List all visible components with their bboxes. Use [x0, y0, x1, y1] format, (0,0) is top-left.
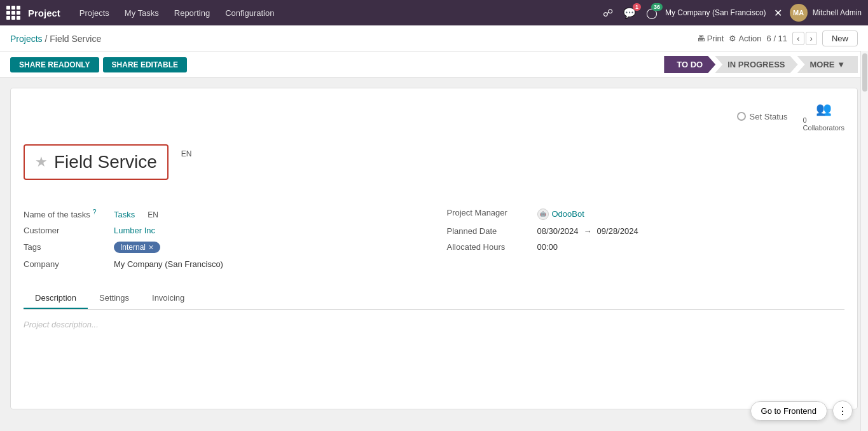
app-name[interactable]: Project	[28, 8, 60, 18]
breadcrumb-current: Field Service	[50, 34, 101, 44]
status-tab-in-progress[interactable]: IN PROGRESS	[715, 56, 797, 73]
collaborators[interactable]: 👥 0 Collaborators	[803, 101, 844, 132]
field-customer: Customer Lumber Inc	[24, 226, 422, 235]
nav-projects[interactable]: Projects	[73, 6, 116, 20]
fields-grid: Name of the tasks ? Tasks EN Customer Lu…	[24, 208, 844, 275]
main-content: Set Status 👥 0 Collaborators ★ Field Ser…	[0, 78, 868, 420]
field-allocated-hours: Allocated Hours 00:00	[447, 242, 845, 252]
print-button[interactable]: 🖶 Print	[697, 34, 724, 43]
nav-arrows: ‹ ›	[792, 32, 817, 45]
user-name[interactable]: Mitchell Admin	[813, 8, 862, 17]
date-range: 08/30/2024 → 09/28/2024	[537, 226, 638, 236]
fields-left: Name of the tasks ? Tasks EN Customer Lu…	[24, 208, 422, 275]
tab-settings[interactable]: Settings	[88, 288, 141, 309]
scrollbar[interactable]	[860, 51, 868, 420]
print-icon: 🖶	[697, 34, 705, 43]
form-header: Set Status 👥 0 Collaborators	[24, 101, 844, 138]
tab-description[interactable]: Description	[24, 288, 88, 309]
date-start[interactable]: 08/30/2024	[537, 226, 579, 236]
prev-record-button[interactable]: ‹	[792, 32, 804, 45]
field-company: Company My Company (San Francisco)	[24, 259, 422, 269]
activity-badge: 36	[651, 3, 663, 11]
manager-avatar: 🤖	[537, 209, 549, 220]
record-counter: 6 / 11	[767, 34, 788, 43]
customer-value[interactable]: Lumber Inc	[114, 226, 155, 235]
app-grid-icon[interactable]	[6, 6, 20, 20]
field-planned-date: Planned Date 08/30/2024 → 09/28/2024	[447, 226, 845, 236]
company-value[interactable]: My Company (San Francisco)	[114, 259, 223, 269]
breadcrumb-bar: Projects / Field Service 🖶 Print ⚙ Actio…	[0, 25, 868, 52]
top-navigation: Project Projects My Tasks Reporting Conf…	[0, 0, 868, 25]
form-card: Set Status 👥 0 Collaborators ★ Field Ser…	[10, 88, 858, 409]
tag-remove-button[interactable]: ✕	[148, 243, 154, 252]
tasks-lang: EN	[148, 210, 158, 219]
fields-right: Project Manager 🤖 OdooBot Planned Date 0…	[447, 208, 845, 275]
more-options-button[interactable]: ⋮	[832, 400, 853, 420]
collaborators-icon: 👥	[816, 101, 832, 116]
project-manager-value[interactable]: 🤖 OdooBot	[537, 209, 584, 220]
form-tabs: Description Settings Invoicing	[24, 288, 844, 310]
next-record-button[interactable]: ›	[806, 32, 817, 45]
share-readonly-button[interactable]: SHARE READONLY	[10, 57, 99, 72]
breadcrumb: Projects / Field Service	[10, 34, 101, 44]
status-circle-icon	[737, 112, 746, 121]
status-tab-todo[interactable]: TO DO	[664, 56, 715, 73]
support-icon[interactable]: ☍	[600, 6, 616, 20]
go-to-frontend-button[interactable]: Go to Frontend	[750, 401, 827, 420]
status-tabs: TO DO IN PROGRESS MORE ▼	[664, 56, 858, 73]
star-icon[interactable]: ★	[35, 154, 48, 170]
nav-configuration[interactable]: Configuration	[219, 6, 280, 20]
nav-my-tasks[interactable]: My Tasks	[118, 6, 165, 20]
project-title-section: ★ Field Service	[24, 144, 169, 180]
allocated-hours-value[interactable]: 00:00	[537, 242, 558, 252]
date-end[interactable]: 09/28/2024	[597, 226, 638, 236]
activity-icon[interactable]: ◯ 36	[644, 6, 660, 20]
action-button[interactable]: ⚙ Action	[729, 34, 761, 43]
gear-icon: ⚙	[729, 34, 736, 43]
share-editable-button[interactable]: SHARE EDITABLE	[103, 57, 187, 72]
tasks-value[interactable]: Tasks	[114, 210, 135, 219]
company-name: My Company (San Francisco)	[665, 8, 766, 17]
breadcrumb-actions: 🖶 Print ⚙ Action 6 / 11 ‹ › New	[697, 31, 858, 46]
field-name-of-tasks: Name of the tasks ? Tasks EN	[24, 208, 422, 219]
description-area[interactable]: Project description...	[24, 320, 844, 396]
bottom-bar: Go to Frontend ⋮	[750, 400, 853, 420]
status-bar: SHARE READONLY SHARE EDITABLE TO DO IN P…	[0, 52, 868, 78]
nav-reporting[interactable]: Reporting	[168, 6, 216, 20]
lang-badge[interactable]: EN	[181, 149, 192, 158]
field-tags: Tags Internal ✕	[24, 242, 422, 253]
field-project-manager: Project Manager 🤖 OdooBot	[447, 208, 845, 220]
help-icon[interactable]: ?	[92, 208, 96, 216]
new-button[interactable]: New	[822, 31, 858, 46]
chat-badge: 1	[633, 3, 641, 11]
scrollbar-thumb[interactable]	[862, 53, 867, 92]
chat-icon[interactable]: 💬 1	[621, 6, 638, 20]
project-title[interactable]: Field Service	[54, 152, 157, 172]
settings-icon[interactable]: ✕	[771, 6, 785, 20]
tab-invoicing[interactable]: Invoicing	[141, 288, 196, 309]
top-nav-right: ☍ 💬 1 ◯ 36 My Company (San Francisco) ✕ …	[600, 4, 862, 22]
set-status[interactable]: Set Status	[737, 112, 788, 121]
date-arrow-icon: →	[584, 226, 592, 236]
breadcrumb-parent[interactable]: Projects	[10, 34, 43, 44]
avatar[interactable]: MA	[790, 4, 808, 22]
status-tab-more[interactable]: MORE ▼	[797, 56, 858, 73]
tag-internal: Internal ✕	[114, 242, 160, 253]
